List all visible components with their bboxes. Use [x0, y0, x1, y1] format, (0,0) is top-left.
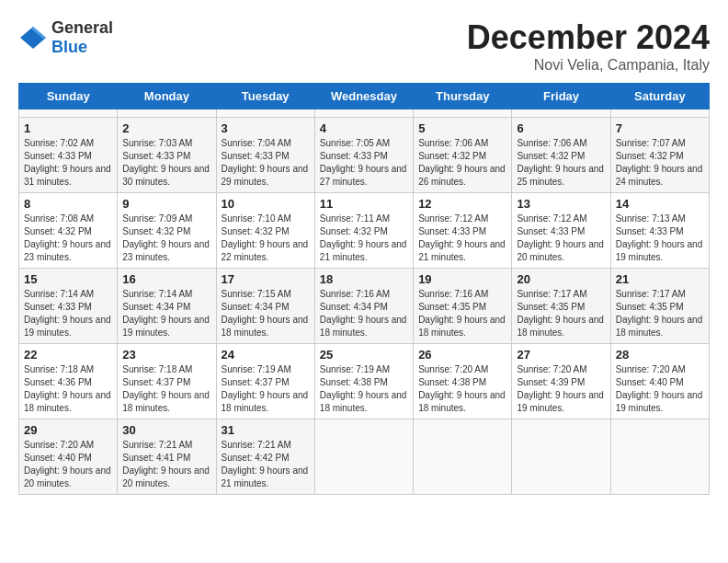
day-info: Sunrise: 7:19 AM Sunset: 4:38 PM Dayligh…: [320, 363, 408, 415]
day-number: 1: [24, 121, 112, 135]
calendar-cell: 17Sunrise: 7:15 AM Sunset: 4:34 PM Dayli…: [216, 269, 314, 344]
day-number: 2: [122, 121, 210, 135]
day-info: Sunrise: 7:20 AM Sunset: 4:40 PM Dayligh…: [24, 439, 112, 490]
col-monday: Monday: [118, 84, 216, 109]
logo-general: General: [51, 18, 113, 37]
title-section: December 2024 Novi Velia, Campania, Ital…: [467, 18, 710, 74]
day-info: Sunrise: 7:10 AM Sunset: 4:32 PM Dayligh…: [222, 213, 310, 264]
day-number: 18: [320, 272, 408, 286]
col-friday: Friday: [512, 84, 610, 109]
calendar-week-row: 8Sunrise: 7:08 AM Sunset: 4:32 PM Daylig…: [19, 193, 710, 269]
calendar-week-row: 29Sunrise: 7:20 AM Sunset: 4:40 PM Dayli…: [19, 419, 710, 495]
calendar-cell: 13Sunrise: 7:12 AM Sunset: 4:33 PM Dayli…: [512, 193, 610, 269]
calendar-cell: 2Sunrise: 7:03 AM Sunset: 4:33 PM Daylig…: [118, 118, 216, 193]
col-saturday: Saturday: [610, 84, 709, 109]
col-wednesday: Wednesday: [314, 84, 413, 109]
calendar-cell: 1Sunrise: 7:02 AM Sunset: 4:33 PM Daylig…: [19, 118, 118, 193]
day-number: 7: [616, 121, 704, 135]
day-number: 30: [122, 423, 210, 437]
day-info: Sunrise: 7:21 AM Sunset: 4:41 PM Dayligh…: [122, 439, 210, 490]
calendar-cell: [414, 109, 512, 118]
day-info: Sunrise: 7:20 AM Sunset: 4:40 PM Dayligh…: [616, 363, 704, 415]
day-number: 10: [222, 197, 310, 211]
day-info: Sunrise: 7:09 AM Sunset: 4:32 PM Dayligh…: [122, 213, 210, 264]
calendar-week-row: 1Sunrise: 7:02 AM Sunset: 4:33 PM Daylig…: [19, 118, 710, 193]
calendar-week-row: [19, 109, 710, 118]
day-info: Sunrise: 7:06 AM Sunset: 4:32 PM Dayligh…: [418, 137, 506, 189]
calendar-cell: 10Sunrise: 7:10 AM Sunset: 4:32 PM Dayli…: [216, 193, 314, 269]
day-info: Sunrise: 7:15 AM Sunset: 4:34 PM Dayligh…: [222, 288, 310, 339]
day-number: 31: [222, 423, 310, 437]
calendar-cell: [314, 109, 413, 118]
calendar-header-row: Sunday Monday Tuesday Wednesday Thursday…: [19, 84, 710, 109]
day-number: 11: [320, 197, 408, 211]
day-info: Sunrise: 7:18 AM Sunset: 4:36 PM Dayligh…: [24, 363, 112, 415]
calendar-cell: [414, 419, 512, 495]
day-info: Sunrise: 7:19 AM Sunset: 4:37 PM Dayligh…: [222, 363, 310, 415]
logo: General Blue: [18, 18, 113, 57]
day-info: Sunrise: 7:16 AM Sunset: 4:34 PM Dayligh…: [320, 288, 408, 339]
day-info: Sunrise: 7:02 AM Sunset: 4:33 PM Dayligh…: [24, 137, 112, 189]
day-info: Sunrise: 7:11 AM Sunset: 4:32 PM Dayligh…: [320, 213, 408, 264]
calendar-cell: 4Sunrise: 7:05 AM Sunset: 4:33 PM Daylig…: [314, 118, 413, 193]
day-info: Sunrise: 7:05 AM Sunset: 4:33 PM Dayligh…: [320, 137, 408, 189]
calendar-cell: [216, 109, 314, 118]
day-number: 24: [222, 348, 310, 362]
day-info: Sunrise: 7:12 AM Sunset: 4:33 PM Dayligh…: [418, 213, 506, 264]
day-info: Sunrise: 7:06 AM Sunset: 4:32 PM Dayligh…: [517, 137, 605, 189]
calendar-cell: 21Sunrise: 7:17 AM Sunset: 4:35 PM Dayli…: [610, 269, 709, 344]
calendar-cell: 12Sunrise: 7:12 AM Sunset: 4:33 PM Dayli…: [414, 193, 512, 269]
calendar-cell: [610, 419, 709, 495]
calendar-cell: 11Sunrise: 7:11 AM Sunset: 4:32 PM Dayli…: [314, 193, 413, 269]
calendar-cell: [610, 109, 709, 118]
day-info: Sunrise: 7:21 AM Sunset: 4:42 PM Dayligh…: [222, 439, 310, 490]
day-info: Sunrise: 7:03 AM Sunset: 4:33 PM Dayligh…: [122, 137, 210, 189]
day-number: 4: [320, 121, 408, 135]
day-number: 13: [517, 197, 605, 211]
calendar-cell: 22Sunrise: 7:18 AM Sunset: 4:36 PM Dayli…: [19, 344, 118, 419]
day-number: 20: [517, 272, 605, 286]
calendar-cell: [118, 109, 216, 118]
calendar-cell: 24Sunrise: 7:19 AM Sunset: 4:37 PM Dayli…: [216, 344, 314, 419]
calendar-week-row: 22Sunrise: 7:18 AM Sunset: 4:36 PM Dayli…: [19, 344, 710, 419]
logo-blue: Blue: [51, 38, 87, 56]
calendar-cell: 31Sunrise: 7:21 AM Sunset: 4:42 PM Dayli…: [216, 419, 314, 495]
calendar-cell: 18Sunrise: 7:16 AM Sunset: 4:34 PM Dayli…: [314, 269, 413, 344]
calendar-cell: [512, 109, 610, 118]
day-number: 6: [517, 121, 605, 135]
calendar-cell: 8Sunrise: 7:08 AM Sunset: 4:32 PM Daylig…: [19, 193, 118, 269]
calendar-cell: 15Sunrise: 7:14 AM Sunset: 4:33 PM Dayli…: [19, 269, 118, 344]
day-info: Sunrise: 7:14 AM Sunset: 4:34 PM Dayligh…: [122, 288, 210, 339]
calendar-cell: [314, 419, 413, 495]
day-number: 12: [418, 197, 506, 211]
logo-icon: [18, 25, 48, 51]
calendar-week-row: 15Sunrise: 7:14 AM Sunset: 4:33 PM Dayli…: [19, 269, 710, 344]
day-info: Sunrise: 7:13 AM Sunset: 4:33 PM Dayligh…: [616, 213, 704, 264]
calendar-cell: 16Sunrise: 7:14 AM Sunset: 4:34 PM Dayli…: [118, 269, 216, 344]
day-number: 5: [418, 121, 506, 135]
calendar-cell: 28Sunrise: 7:20 AM Sunset: 4:40 PM Dayli…: [610, 344, 709, 419]
day-number: 29: [24, 423, 112, 437]
calendar-cell: 9Sunrise: 7:09 AM Sunset: 4:32 PM Daylig…: [118, 193, 216, 269]
day-info: Sunrise: 7:18 AM Sunset: 4:37 PM Dayligh…: [122, 363, 210, 415]
day-info: Sunrise: 7:12 AM Sunset: 4:33 PM Dayligh…: [517, 213, 605, 264]
day-number: 15: [24, 272, 112, 286]
calendar-cell: 19Sunrise: 7:16 AM Sunset: 4:35 PM Dayli…: [414, 269, 512, 344]
day-info: Sunrise: 7:04 AM Sunset: 4:33 PM Dayligh…: [222, 137, 310, 189]
calendar-cell: 29Sunrise: 7:20 AM Sunset: 4:40 PM Dayli…: [19, 419, 118, 495]
day-number: 28: [616, 348, 704, 362]
day-info: Sunrise: 7:20 AM Sunset: 4:39 PM Dayligh…: [517, 363, 605, 415]
day-number: 19: [418, 272, 506, 286]
day-number: 14: [616, 197, 704, 211]
calendar-cell: [19, 109, 118, 118]
calendar-cell: 23Sunrise: 7:18 AM Sunset: 4:37 PM Dayli…: [118, 344, 216, 419]
day-info: Sunrise: 7:17 AM Sunset: 4:35 PM Dayligh…: [616, 288, 704, 339]
col-thursday: Thursday: [414, 84, 512, 109]
day-info: Sunrise: 7:20 AM Sunset: 4:38 PM Dayligh…: [418, 363, 506, 415]
calendar-cell: 20Sunrise: 7:17 AM Sunset: 4:35 PM Dayli…: [512, 269, 610, 344]
day-number: 3: [222, 121, 310, 135]
calendar-cell: 26Sunrise: 7:20 AM Sunset: 4:38 PM Dayli…: [414, 344, 512, 419]
day-info: Sunrise: 7:07 AM Sunset: 4:32 PM Dayligh…: [616, 137, 704, 189]
col-tuesday: Tuesday: [216, 84, 314, 109]
day-number: 27: [517, 348, 605, 362]
